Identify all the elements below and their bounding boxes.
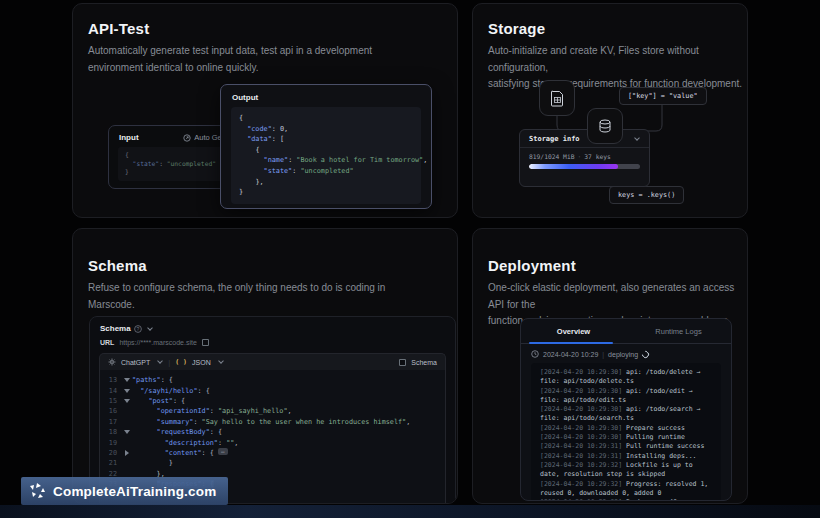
database-icon: [597, 118, 613, 134]
storage-keys-count: 37 keys: [584, 153, 611, 160]
auto-generate-icon: [183, 134, 191, 142]
output-panel: Output { "code": 0, "data": [ { "name": …: [220, 84, 432, 209]
file-store-box: [539, 80, 575, 116]
line-code: "/sayhi/hello": {: [132, 387, 210, 395]
chevron-down-icon[interactable]: [218, 358, 224, 364]
chevron-down-icon[interactable]: [147, 325, 153, 331]
editor-line: 17 "summary": "Say hello to the user whe…: [100, 417, 445, 427]
active-tab-underline: [529, 342, 613, 344]
fold-expanded-icon[interactable]: [122, 430, 132, 434]
editor-line: 20 "content": { ⋯: [100, 448, 445, 458]
api-test-title: API-Test: [88, 20, 149, 37]
storage-progress-bar: [529, 164, 640, 169]
help-icon[interactable]: ?: [134, 325, 142, 333]
status-timestamp: 2024-04-20 10:29: [543, 351, 598, 358]
schema-card: Schema Refuse to configure schema, the o…: [72, 228, 458, 504]
storage-progress-fill: [529, 164, 618, 169]
deployment-tabs: OverviewRuntime Logs: [521, 319, 731, 344]
schema-copy-button[interactable]: Schema: [411, 359, 437, 366]
log-entry: [2024-04-20 10:29:30] api: /todo/delete …: [540, 368, 712, 387]
copy-schema-icon[interactable]: [399, 359, 406, 366]
watermark-text: CompleteAiTraining.com: [53, 484, 216, 499]
log-entry: [2024-04-20 10:29:30] Prepare success: [540, 424, 712, 433]
format-select[interactable]: JSON: [192, 359, 211, 366]
line-code: "summary": "Say hello to the user when h…: [132, 418, 410, 426]
status-state: deploying: [608, 351, 638, 358]
storage-title: Storage: [488, 20, 545, 37]
deployment-log-output[interactable]: [2024-04-20 10:29:30] api: /todo/delete …: [531, 363, 721, 501]
keys-example-pill: keys = .keys(): [609, 186, 684, 204]
spinner-icon: [641, 349, 651, 359]
editor-line: 19 "description": "",: [100, 437, 445, 447]
line-number: 19: [100, 439, 122, 447]
editor-line: 21 }: [100, 458, 445, 468]
log-entry: [2024-04-20 10:29:32] Packages: +46 ++++…: [540, 498, 712, 501]
file-icon: [550, 90, 565, 107]
line-number: 20: [100, 449, 122, 457]
model-icon: [108, 358, 116, 366]
editor-line: 15 "post": {: [100, 396, 445, 406]
description-line: Automatically generate test input data, …: [88, 43, 372, 60]
description-line: Auto-initialize and create KV, Files sto…: [488, 43, 747, 76]
fold-expanded-icon[interactable]: [122, 399, 132, 403]
code-line: "code": 0,: [239, 124, 413, 135]
fold-expanded-icon[interactable]: [122, 389, 132, 393]
chevron-down-icon[interactable]: [157, 358, 163, 364]
line-number: 16: [100, 407, 122, 415]
line-code: "content": { ⋯: [132, 448, 228, 457]
api-test-description: Automatically generate test input data, …: [88, 43, 372, 76]
bottom-section-edge: [0, 505, 820, 518]
editor-line: 13"paths": {: [100, 375, 445, 385]
line-number: 18: [100, 428, 122, 436]
code-line: {: [239, 113, 413, 124]
tab-overview[interactable]: Overview: [521, 319, 626, 343]
editor-line: 16 "operationId": "api_sayhi_hello",: [100, 406, 445, 416]
storage-usage: 819/1024 MiB·37 keys: [529, 153, 640, 160]
watermark-badge: CompleteAiTraining.com: [21, 477, 228, 505]
code-line: {: [239, 145, 413, 156]
output-panel-title: Output: [232, 93, 258, 102]
schema-description: Refuse to configure schema, the only thi…: [88, 280, 385, 313]
status-divider: |: [602, 351, 604, 358]
copy-url-icon[interactable]: [202, 339, 209, 346]
kv-store-box: [587, 108, 623, 144]
fold-collapsed-icon[interactable]: [122, 450, 132, 456]
description-line: One-click elastic deployment, also gener…: [488, 280, 747, 313]
storage-card: Storage Auto-initialize and create KV, F…: [472, 3, 748, 218]
line-number: 17: [100, 418, 122, 426]
line-code: }: [132, 459, 173, 467]
log-entry: [2024-04-20 10:29:31] Pull runtime succe…: [540, 442, 712, 451]
schema-panel-title: Schema: [100, 324, 131, 333]
editor-line: 14 "/sayhi/hello": {: [100, 385, 445, 395]
clock-icon: [531, 350, 539, 358]
line-code: "paths": {: [132, 376, 173, 384]
line-code: "post": {: [132, 397, 185, 405]
description-line: Refuse to configure schema, the only thi…: [88, 280, 385, 297]
description-line: environment identical to online quickly.: [88, 60, 372, 77]
model-select[interactable]: ChatGPT: [121, 359, 150, 366]
code-line: "name": "Book a hotel for Tim tomorrow",: [239, 155, 413, 166]
kv-example-pill: ["key"] = "value": [619, 87, 707, 105]
chevron-down-icon[interactable]: [634, 135, 640, 141]
line-number: 14: [100, 387, 122, 395]
log-entry: [2024-04-20 10:29:32] Lockfile is up to …: [540, 461, 712, 480]
fold-expanded-icon[interactable]: [122, 378, 132, 382]
description-line: Marscode.: [88, 297, 385, 314]
features-page: API-Test Automatically generate test inp…: [0, 0, 820, 518]
line-code: "description": "",: [132, 439, 238, 447]
log-entry: [2024-04-20 10:29:30] api: /todo/edit → …: [540, 387, 712, 406]
scatter-triangles-logo-icon: [30, 483, 46, 499]
log-entry: [2024-04-20 10:29:32] Progress: resolved…: [540, 480, 712, 499]
json-brackets-icon: ( ): [175, 358, 187, 366]
line-number: 13: [100, 376, 122, 384]
tab-runtime-logs[interactable]: Runtime Logs: [626, 319, 731, 343]
log-entry: [2024-04-20 10:29:31] Installing deps...: [540, 452, 712, 461]
code-line: "state": "uncompleted": [239, 166, 413, 177]
code-line: }: [239, 187, 413, 198]
deployment-panel: OverviewRuntime Logs 2024-04-20 10:29 | …: [520, 318, 732, 501]
api-test-card: API-Test Automatically generate test inp…: [72, 3, 458, 218]
line-number: 21: [100, 459, 122, 467]
line-code: "operationId": "api_sayhi_hello",: [132, 407, 292, 415]
svg-text:?: ?: [136, 325, 139, 331]
line-number: 15: [100, 397, 122, 405]
